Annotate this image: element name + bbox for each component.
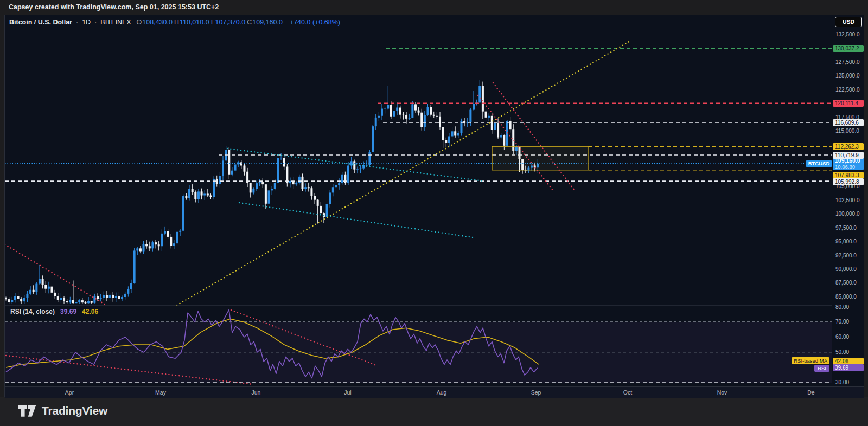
rsi-line-tag[interactable]: RSI [814, 365, 829, 372]
teal-channel-lower[interactable] [239, 203, 473, 237]
price-tick: 70.00 [835, 319, 849, 325]
interval-label[interactable]: 1D [82, 18, 91, 26]
yellow-uptrend-line[interactable] [177, 41, 630, 305]
tradingview-brand[interactable]: TradingView [18, 404, 107, 417]
price-tick: 80.00 [835, 304, 849, 311]
rsi-value-label[interactable]: 42.06 [833, 358, 864, 365]
yellow-zone-box[interactable] [492, 146, 589, 170]
price-tick: 60.00 [835, 334, 849, 340]
level-price-label[interactable]: 112,262.3 [833, 143, 864, 150]
ohlc-label: H [174, 18, 179, 26]
price-tick: 30.00 [835, 379, 849, 386]
rsi-ma-value: 42.06 [82, 308, 98, 315]
ohlc-value: 107,370.0 [215, 18, 246, 26]
ohlc-label: L [211, 18, 215, 26]
price-tick: 92,500.0 [835, 253, 857, 259]
level-price-label[interactable]: 110,719.9 [833, 152, 864, 159]
time-axis[interactable]: AprMayJunJulAugSepOctNovDe [5, 386, 864, 398]
price-tick: 132,500.0 [835, 31, 860, 38]
month-label-de: De [802, 387, 820, 398]
ohlc-label: O [137, 18, 142, 26]
price-tick: 100,000.0 [835, 211, 860, 217]
level-price-label[interactable]: 130,037.2 [833, 45, 864, 52]
chart-frame: Bitcoin / U.S. Dollar · 1D · BITFINEX O1… [4, 15, 864, 397]
bar-countdown: 10:06:30 [835, 164, 864, 170]
month-label-nov: Nov [713, 387, 731, 398]
ohlc-value: 108,430.0 [142, 18, 173, 26]
price-tick: 87,500.0 [835, 280, 857, 286]
rsi-title[interactable]: RSI (14, close) [10, 308, 55, 315]
month-label-sep: Sep [527, 387, 545, 398]
month-label-jul: Jul [339, 387, 357, 398]
month-label-oct: Oct [618, 387, 637, 398]
chart-plot-area[interactable] [5, 15, 832, 386]
rsi-value-label[interactable]: 39.69 [833, 364, 864, 371]
month-label-jun: Jun [247, 387, 265, 398]
price-tick: 127,500.0 [835, 59, 860, 66]
tradingview-logo-icon [18, 404, 37, 417]
candles-layer[interactable] [5, 80, 539, 304]
ohlc-label: C [247, 18, 252, 26]
tradingview-logo-text: TradingView [42, 404, 107, 417]
red-channel-right[interactable] [493, 83, 575, 190]
month-label-apr: Apr [60, 387, 79, 398]
legend-separator: · [76, 18, 78, 26]
level-price-label[interactable]: 120,111.4 [833, 100, 864, 107]
symbol-price-tag[interactable]: BTCUSD [806, 160, 832, 167]
price-tick: 122,500.0 [835, 87, 860, 93]
price-tick: 115,000.0 [835, 128, 859, 134]
month-label-aug: Aug [432, 387, 451, 398]
currency-button[interactable]: USD [835, 17, 862, 27]
price-tick: 90,000.0 [835, 266, 857, 273]
price-tick: 95,000.0 [835, 238, 857, 245]
level-price-label[interactable]: 105,992.8 [833, 178, 864, 185]
symbol-legend: Bitcoin / U.S. Dollar · 1D · BITFINEX O1… [9, 18, 340, 26]
price-tick: 50.00 [835, 349, 849, 356]
ohlc-value: 110,010.0 [180, 18, 209, 26]
credit-text: Capsey created with TradingView.com, Sep… [0, 0, 868, 15]
price-tick: 97,500.0 [835, 225, 857, 231]
price-axis[interactable]: USD 109,160.0 10:06:30 132,500.0127,500.… [832, 15, 864, 386]
ohlc-value: 109,160.0 [252, 18, 283, 26]
month-label-may: May [151, 387, 170, 398]
rsi-ma-tag[interactable]: RSI-based MA [792, 357, 829, 364]
level-price-label[interactable]: 107,983.3 [833, 172, 864, 179]
legend-separator: · [94, 18, 97, 26]
level-price-label[interactable]: 116,609.6 [833, 119, 864, 126]
price-tick: 85,000.0 [835, 294, 857, 300]
price-tick: 125,000.0 [835, 73, 860, 79]
footer: TradingView [0, 397, 868, 426]
price-tick: 102,500.0 [835, 197, 860, 204]
rsi-value: 39.69 [60, 308, 76, 315]
symbol-title[interactable]: Bitcoin / U.S. Dollar [9, 18, 72, 26]
current-price-label[interactable]: 109,160.0 10:06:30 [833, 157, 864, 170]
exchange-label[interactable]: BITFINEX [100, 18, 131, 26]
ohlc-values: O108,430.0H110,010.0L107,370.0C109,160.0 [135, 18, 283, 26]
rsi-legend: RSI (14, close) 39.69 42.06 [10, 308, 98, 315]
change-value: +740.0 (+0.68%) [290, 18, 340, 26]
red-channel-left[interactable] [478, 95, 554, 191]
